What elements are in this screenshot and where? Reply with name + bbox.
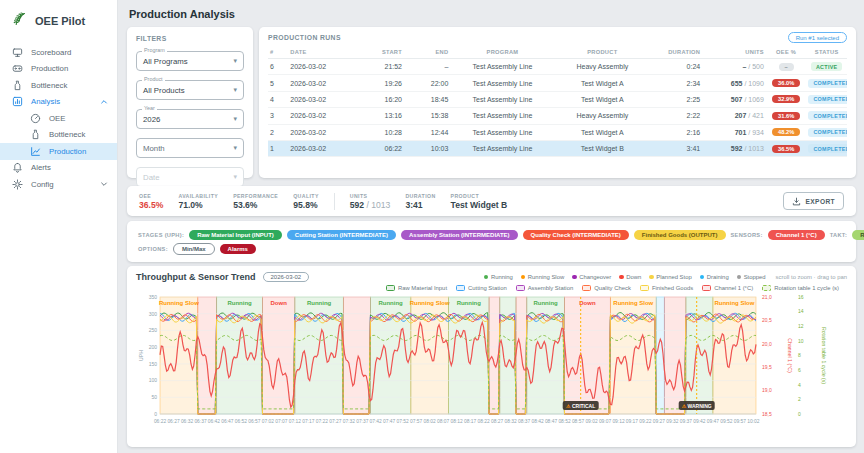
stage-chip[interactable]: Raw Material Input (INPUT) [189, 230, 282, 240]
alarm-badge-critical: ⚠ CRITICAL [563, 401, 599, 410]
run-selected-chip: Run #1 selected [788, 32, 847, 43]
status-legend-down: Down [619, 274, 641, 280]
sidebar-item-oee[interactable]: OEE [0, 110, 117, 127]
svg-text:09:52: 09:52 [720, 419, 733, 424]
svg-text:10: 10 [798, 338, 804, 344]
oee-pill: 32.9% [772, 95, 800, 103]
stage-chip[interactable]: Assembly Station (INTERMEDIATE) [401, 230, 518, 240]
sidebar-item-bottleneck[interactable]: Bottleneck [0, 77, 117, 94]
series-legend: Raw Material InputCutting StationAssembl… [136, 285, 839, 291]
svg-text:08:37: 08:37 [518, 419, 531, 424]
chevron-up-icon[interactable] [100, 98, 108, 106]
sensor-chip[interactable]: Channel 1 (°C) [768, 230, 825, 240]
options-label: OPTIONS: [138, 246, 168, 252]
stages-panel: STAGES (UPH):Raw Material Input (INPUT)C… [127, 221, 856, 262]
svg-text:300: 300 [149, 311, 158, 317]
svg-text:09:37: 09:37 [680, 419, 693, 424]
series-legend-item[interactable]: Rotation table 1 cycle (s) [762, 285, 839, 291]
svg-text:Running: Running [533, 300, 558, 306]
scoreboard-icon [12, 47, 23, 58]
filter-select-month[interactable]: Month▾ [136, 138, 244, 158]
status-badge: COMPLETED [808, 144, 847, 153]
svg-text:⚠ CRITICAL: ⚠ CRITICAL [566, 403, 595, 409]
sidebar-item-alerts[interactable]: Alerts [0, 160, 117, 177]
sidebar-item-label: Alerts [31, 163, 51, 172]
svg-text:07:27: 07:27 [329, 419, 342, 424]
alarm-badge-warning: ⚠ WARNING [679, 401, 715, 410]
kpi-oee: OEE36.5% [139, 193, 163, 210]
stage-chip[interactable]: Cutting Station (INTERMEDIATE) [287, 230, 396, 240]
chevron-down-icon: ▾ [233, 86, 237, 94]
filter-label: Year [142, 106, 157, 111]
sidebar-item-label: Production [49, 147, 86, 156]
svg-text:Running: Running [227, 300, 252, 306]
sidebar-item-config[interactable]: Config [0, 176, 117, 193]
svg-text:07:57: 07:57 [410, 419, 423, 424]
svg-text:50: 50 [151, 394, 157, 400]
series-legend-item[interactable]: Raw Material Input [386, 285, 447, 291]
run-row[interactable]: 32026-03-0213:1615:38Test Assembly LineH… [268, 108, 847, 124]
app-title: OEE Pilot [35, 15, 85, 27]
filter-select-year[interactable]: Year2026▾ [136, 109, 244, 129]
svg-text:UPH: UPH [138, 350, 144, 361]
svg-text:09:07: 09:07 [599, 419, 612, 424]
sidebar-item-bottleneck[interactable]: Bottleneck [0, 127, 117, 144]
option-chip[interactable]: Min/Max [173, 243, 215, 255]
chart-title: Throughput & Sensor Trend [136, 272, 256, 282]
option-chip[interactable]: Alarms [220, 244, 256, 254]
sidebar: OEE Pilot ScoreboardProductionBottleneck… [0, 0, 118, 453]
svg-text:06:52: 06:52 [235, 419, 248, 424]
svg-text:0: 0 [798, 411, 801, 417]
export-label: EXPORT [805, 198, 835, 205]
analysis-icon [12, 96, 23, 107]
svg-text:Running Slow: Running Slow [410, 300, 450, 306]
col-header: DATE [288, 46, 357, 59]
sidebar-item-analysis[interactable]: Analysis [0, 94, 117, 111]
status-legend-running-slow: Running Slow [521, 274, 564, 280]
sidebar-item-label: Bottleneck [31, 81, 67, 90]
status-legend-running: Running [484, 274, 513, 280]
svg-text:07:52: 07:52 [397, 419, 410, 424]
col-header: # [268, 46, 288, 59]
svg-text:06:37: 06:37 [194, 419, 207, 424]
sidebar-item-label: Bottleneck [49, 130, 85, 139]
svg-text:09:17: 09:17 [626, 419, 639, 424]
gear-icon [12, 179, 23, 190]
series-legend-item[interactable]: Assembly Station [516, 285, 574, 291]
chevron-down-icon[interactable] [100, 180, 108, 188]
svg-text:07:02: 07:02 [262, 419, 275, 424]
filter-select-product[interactable]: ProductAll Products▾ [136, 80, 244, 100]
stage-chip[interactable]: Quality Check (INTERMEDIATE) [523, 230, 629, 240]
series-legend-item[interactable]: Finished Goods [640, 285, 693, 291]
sidebar-item-production[interactable]: Production [0, 61, 117, 78]
main-content: Production Analysis FILTERS ProgramAll P… [119, 0, 864, 453]
trend-chart[interactable]: Running SlowRunningDownRunningRunningRun… [136, 292, 850, 434]
run-row[interactable]: 22026-03-0210:2812:44Test Assembly LineT… [268, 124, 847, 140]
export-button[interactable]: EXPORT [783, 192, 844, 210]
svg-text:Running Slow: Running Slow [613, 300, 653, 306]
run-row[interactable]: 42026-03-0216:2018:45Test Assembly LineT… [268, 91, 847, 107]
oee-pill: 31.6% [772, 112, 800, 120]
bottle-icon [30, 129, 41, 140]
status-legend-stopped: Stopped [737, 274, 766, 280]
sidebar-item-scoreboard[interactable]: Scoreboard [0, 44, 117, 61]
chart-hint: scroll to zoom · drag to pan [776, 274, 847, 280]
series-legend-item[interactable]: Cutting Station [456, 285, 507, 291]
bell-icon [12, 162, 23, 173]
svg-text:09:47: 09:47 [707, 419, 720, 424]
stage-chip[interactable]: Finished Goods (OUTPUT) [634, 230, 726, 240]
takt-chip[interactable]: Rotation table 1 cycle (s) [852, 230, 864, 240]
svg-text:09:22: 09:22 [639, 419, 652, 424]
sidebar-item-production[interactable]: Production [0, 143, 117, 160]
svg-text:Down: Down [271, 300, 288, 306]
oee-pill: 36.0% [772, 79, 800, 87]
series-legend-item[interactable]: Channel 1 (°C) [702, 285, 753, 291]
run-row[interactable]: 52026-03-0219:2622:00Test Assembly LineT… [268, 75, 847, 91]
kpi-performance: PERFORMANCE53.6% [233, 193, 278, 210]
run-row[interactable]: 62026-03-0221:52–Test Assembly LineHeavy… [268, 59, 847, 75]
run-row[interactable]: 12026-03-0206:2210:03Test Assembly LineT… [268, 140, 847, 156]
svg-text:Running: Running [307, 300, 332, 306]
series-legend-item[interactable]: Quality Check [582, 285, 631, 291]
filter-label: Product [142, 77, 165, 82]
filter-select-program[interactable]: ProgramAll Programs▾ [136, 51, 244, 71]
